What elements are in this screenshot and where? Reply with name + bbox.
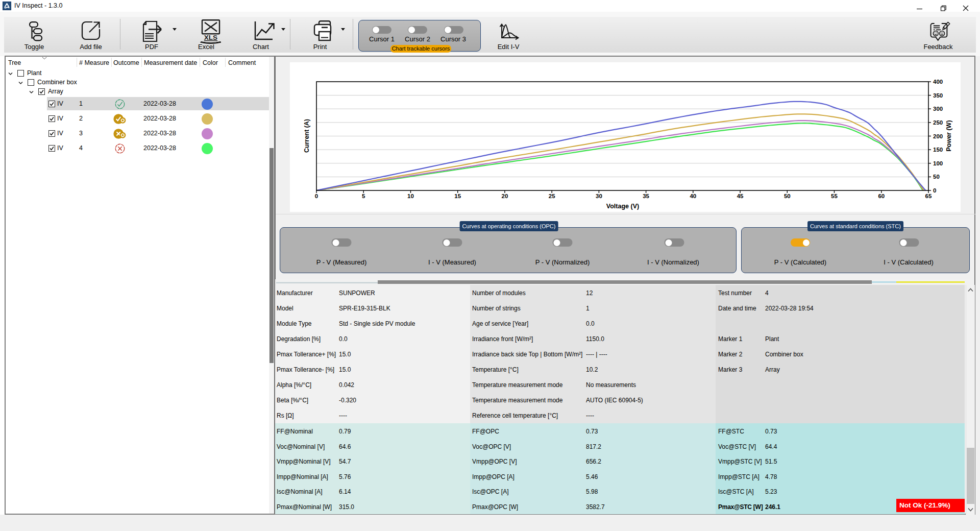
svg-text:45: 45 [737, 193, 744, 199]
svg-text:350: 350 [933, 92, 943, 99]
svg-text:60: 60 [878, 193, 885, 199]
svg-text:5: 5 [362, 193, 365, 199]
svg-text:200: 200 [933, 133, 943, 139]
svg-text:0: 0 [315, 193, 318, 199]
svg-text:250: 250 [933, 119, 943, 126]
svg-text:XLS: XLS [204, 34, 217, 41]
svg-text:25: 25 [549, 193, 555, 199]
svg-text:10: 10 [407, 193, 414, 199]
svg-text:50: 50 [933, 174, 940, 180]
svg-text:20: 20 [502, 193, 508, 199]
svg-text:100: 100 [933, 160, 943, 166]
svg-text:150: 150 [933, 147, 943, 153]
svg-text:Power (W): Power (W) [945, 120, 952, 151]
svg-text:30: 30 [596, 193, 602, 199]
svg-text:35: 35 [643, 193, 649, 199]
svg-text:300: 300 [933, 106, 943, 112]
svg-text:50: 50 [784, 193, 791, 199]
svg-text:Voltage (V): Voltage (V) [606, 203, 639, 210]
svg-text:40: 40 [690, 193, 696, 199]
svg-text:400: 400 [933, 79, 943, 85]
svg-text:Current (A): Current (A) [303, 119, 310, 153]
svg-text:65: 65 [925, 193, 932, 199]
svg-text:55: 55 [831, 193, 838, 199]
svg-text:0: 0 [933, 187, 936, 194]
svg-text:15: 15 [454, 193, 461, 199]
